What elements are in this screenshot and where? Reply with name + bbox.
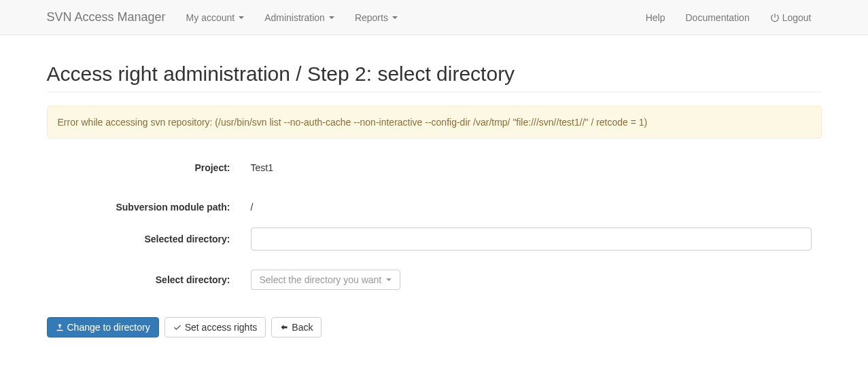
brand[interactable]: SVN Access Manager	[47, 0, 176, 35]
nav-label: My account	[186, 12, 235, 23]
nav-documentation[interactable]: Documentation	[676, 2, 760, 33]
upload-icon	[56, 323, 64, 331]
label-selected-directory: Selected directory:	[47, 234, 241, 244]
nav-label: Logout	[782, 12, 812, 23]
nav-label: Administration	[264, 12, 325, 23]
chevron-down-icon	[386, 278, 392, 281]
page-header: Access right administration / Step 2: se…	[47, 35, 822, 92]
navbar: SVN Access Manager My account Administra…	[0, 0, 868, 35]
alert-error: Error while accessing svn repository: (/…	[47, 106, 822, 139]
power-icon	[770, 13, 780, 22]
page-title: Access right administration / Step 2: se…	[47, 62, 822, 86]
arrow-left-icon	[280, 323, 288, 331]
set-access-rights-button[interactable]: Set access rights	[164, 317, 266, 337]
row-project: Project: Test1	[47, 158, 822, 178]
selected-directory-input[interactable]	[251, 227, 812, 251]
nav-administration[interactable]: Administration	[254, 2, 345, 33]
select-directory-dropdown[interactable]: Select the directory you want	[251, 270, 401, 290]
change-to-directory-button[interactable]: Change to directory	[47, 317, 159, 337]
button-label: Change to directory	[67, 322, 150, 333]
nav-help[interactable]: Help	[636, 2, 676, 33]
nav-label: Reports	[355, 12, 388, 23]
alert-message: Error while accessing svn repository: (/…	[58, 117, 648, 128]
nav-my-account[interactable]: My account	[176, 2, 255, 33]
dropdown-placeholder: Select the directory you want	[260, 274, 382, 285]
nav-logout[interactable]: Logout	[760, 2, 822, 33]
button-row: Change to directory Set access rights Ba…	[47, 317, 822, 337]
chevron-down-icon	[239, 16, 244, 19]
row-select-directory: Select directory: Select the directory y…	[47, 270, 822, 290]
row-module-path: Subversion module path: /	[47, 197, 822, 217]
button-label: Back	[292, 322, 313, 333]
check-icon	[173, 323, 181, 331]
back-button[interactable]: Back	[271, 317, 322, 337]
label-module-path: Subversion module path:	[47, 202, 241, 213]
chevron-down-icon	[392, 16, 398, 19]
nav-reports[interactable]: Reports	[345, 2, 408, 33]
chevron-down-icon	[329, 16, 334, 19]
label-project: Project:	[47, 162, 241, 173]
row-selected-directory: Selected directory:	[47, 227, 822, 251]
value-module-path: /	[251, 197, 812, 217]
label-select-directory: Select directory:	[47, 274, 241, 285]
button-label: Set access rights	[185, 322, 258, 333]
value-project: Test1	[251, 158, 812, 178]
